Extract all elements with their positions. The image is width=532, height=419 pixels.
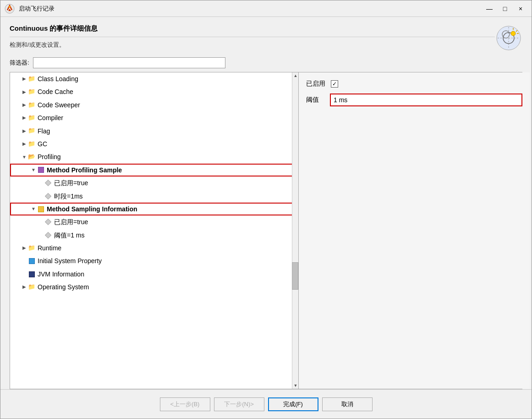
tree-item-gc[interactable]: ▶ 📁 GC bbox=[10, 138, 298, 150]
expand-arrow-os: ▶ bbox=[21, 284, 27, 290]
diamond-icon-2 bbox=[44, 193, 52, 200]
label-method-sampling-info: Method Sampling Information bbox=[47, 204, 137, 214]
threshold-row: 阈值 bbox=[306, 94, 522, 106]
tree-panel: ▶ 📁 Class Loading ▶ 📁 Code Cache ▶ 📁 Cod… bbox=[10, 72, 299, 389]
folder-icon-flag: 📁 bbox=[27, 127, 36, 135]
label-runtime: Runtime bbox=[38, 243, 61, 253]
label-initial-system: Initial System Property bbox=[38, 256, 102, 266]
label-period: 时段=1ms bbox=[54, 191, 83, 201]
filter-input[interactable] bbox=[33, 57, 225, 68]
label-code-sweeper: Code Sweeper bbox=[38, 100, 80, 110]
scroll-up-button[interactable]: ▲ bbox=[292, 72, 299, 79]
titlebar: 启动飞行记录 — □ × bbox=[0, 0, 532, 17]
main-window: 启动飞行记录 — □ × Continuous 的事件详细信息 检测和/或更改设… bbox=[0, 0, 532, 419]
folder-icon-class-loading: 📁 bbox=[27, 75, 36, 83]
minimize-button[interactable]: — bbox=[482, 2, 497, 15]
header-text: Continuous 的事件详细信息 检测和/或更改设置。 bbox=[10, 24, 495, 49]
filter-row: 筛选器: bbox=[10, 57, 522, 68]
expand-arrow-code-sweeper: ▶ bbox=[21, 102, 27, 108]
header-logo bbox=[495, 24, 522, 52]
scroll-down-button[interactable]: ▼ bbox=[292, 382, 299, 389]
expand-arrow-compiler: ▶ bbox=[21, 115, 27, 121]
label-compiler: Compiler bbox=[38, 113, 63, 123]
header-title: Continuous 的事件详细信息 bbox=[10, 24, 495, 33]
folder-icon-profiling: 📂 bbox=[27, 154, 36, 161]
scrollbar-track[interactable]: ▲ ▼ bbox=[292, 72, 298, 389]
main-panel: ▶ 📁 Class Loading ▶ 📁 Code Cache ▶ 📁 Cod… bbox=[10, 72, 522, 389]
svg-point-8 bbox=[511, 31, 516, 36]
expand-arrow-gc: ▶ bbox=[21, 141, 27, 147]
expand-arrow-method-profiling: ▼ bbox=[30, 167, 37, 173]
folder-icon-runtime: 📁 bbox=[27, 244, 36, 252]
diamond-icon-1 bbox=[44, 179, 52, 187]
tree-item-period[interactable]: ▶ 时段=1ms bbox=[10, 190, 298, 203]
folder-icon-code-cache: 📁 bbox=[27, 88, 36, 96]
folder-icon-compiler: 📁 bbox=[27, 114, 36, 121]
tree-item-method-sampling-info[interactable]: ▼ Method Sampling Information bbox=[10, 203, 298, 215]
tree-item-code-cache[interactable]: ▶ 📁 Code Cache bbox=[10, 85, 298, 98]
svg-point-1 bbox=[9, 6, 11, 8]
label-method-profiling-sample: Method Profiling Sample bbox=[47, 165, 122, 175]
label-operating-system: Operating System bbox=[38, 282, 89, 292]
label-enabled-true-2: 已启用=true bbox=[54, 217, 88, 227]
window-controls: — □ × bbox=[482, 2, 528, 15]
purple-square-icon-method-profiling bbox=[37, 166, 45, 174]
back-button[interactable]: <上一步(B) bbox=[160, 397, 210, 411]
yellow-square-icon-method-sampling bbox=[37, 205, 45, 213]
label-code-cache: Code Cache bbox=[38, 87, 73, 97]
expand-arrow-class-loading: ▶ bbox=[21, 76, 27, 82]
filter-label: 筛选器: bbox=[10, 59, 29, 67]
enabled-label: 已启用 bbox=[306, 80, 325, 88]
content-area: Continuous 的事件详细信息 检测和/或更改设置。 bbox=[0, 17, 532, 389]
folder-icon-os: 📁 bbox=[27, 283, 36, 291]
next-button[interactable]: 下一步(N)> bbox=[214, 397, 264, 411]
tree-item-class-loading[interactable]: ▶ 📁 Class Loading bbox=[10, 72, 298, 85]
close-button[interactable]: × bbox=[513, 2, 528, 15]
label-enabled-true: 已启用=true bbox=[54, 178, 88, 188]
folder-icon-code-sweeper: 📁 bbox=[27, 101, 36, 109]
tree-item-threshold[interactable]: ▶ 阈值=1 ms bbox=[10, 229, 298, 242]
label-profiling: Profiling bbox=[38, 152, 61, 162]
threshold-input[interactable] bbox=[330, 94, 522, 106]
dark-blue-square-icon-jvm bbox=[27, 270, 36, 278]
bottom-bar: <上一步(B) 下一步(N)> 完成(F) 取消 bbox=[0, 389, 532, 419]
cancel-button[interactable]: 取消 bbox=[322, 397, 373, 411]
app-icon bbox=[4, 3, 15, 14]
finish-button[interactable]: 完成(F) bbox=[268, 397, 318, 411]
tree-item-jvm-info[interactable]: ▶ JVM Information bbox=[10, 268, 298, 281]
right-panel: 已启用 ✓ 阈值 bbox=[299, 72, 530, 389]
folder-icon-gc: 📁 bbox=[27, 140, 36, 148]
tree-item-initial-system[interactable]: ▶ Initial System Property bbox=[10, 254, 298, 267]
enabled-checkbox[interactable]: ✓ bbox=[331, 80, 338, 88]
label-jvm-info: JVM Information bbox=[38, 269, 84, 279]
tree-item-profiling[interactable]: ▼ 📂 Profiling bbox=[10, 150, 298, 163]
diamond-icon-4 bbox=[44, 232, 52, 239]
blue-square-icon-initial bbox=[27, 258, 36, 265]
tree-item-operating-system[interactable]: ▶ 📁 Operating System bbox=[10, 281, 298, 293]
enabled-checkbox-area: ✓ bbox=[331, 80, 338, 88]
window-title: 启动飞行记录 bbox=[19, 5, 482, 13]
maximize-button[interactable]: □ bbox=[498, 2, 512, 15]
label-gc: GC bbox=[38, 139, 47, 149]
expand-arrow-method-sampling: ▼ bbox=[30, 206, 37, 212]
header-section: Continuous 的事件详细信息 检测和/或更改设置。 bbox=[10, 24, 522, 52]
label-threshold: 阈值=1 ms bbox=[54, 230, 85, 240]
threshold-label: 阈值 bbox=[306, 96, 324, 104]
tree-item-compiler[interactable]: ▶ 📁 Compiler bbox=[10, 111, 298, 124]
label-class-loading: Class Loading bbox=[38, 74, 78, 84]
tree-item-enabled-true-2[interactable]: ▶ 已启用=true bbox=[10, 215, 298, 228]
expand-arrow-profiling: ▼ bbox=[21, 154, 27, 160]
expand-arrow-runtime: ▶ bbox=[21, 245, 27, 251]
expand-arrow-code-cache: ▶ bbox=[21, 89, 27, 95]
tree-item-method-profiling-sample[interactable]: ▼ Method Profiling Sample bbox=[10, 164, 298, 176]
diamond-icon-3 bbox=[44, 218, 52, 226]
label-flag: Flag bbox=[38, 126, 50, 136]
scrollbar-thumb[interactable] bbox=[292, 262, 298, 290]
enabled-row: 已启用 ✓ bbox=[306, 80, 522, 88]
tree-item-runtime[interactable]: ▶ 📁 Runtime bbox=[10, 242, 298, 254]
expand-arrow-flag: ▶ bbox=[21, 128, 27, 134]
tree-item-code-sweeper[interactable]: ▶ 📁 Code Sweeper bbox=[10, 99, 298, 111]
tree-item-flag[interactable]: ▶ 📁 Flag bbox=[10, 125, 298, 138]
header-subtitle: 检测和/或更改设置。 bbox=[10, 41, 495, 49]
tree-item-enabled-true[interactable]: ▶ 已启用=true bbox=[10, 176, 298, 189]
